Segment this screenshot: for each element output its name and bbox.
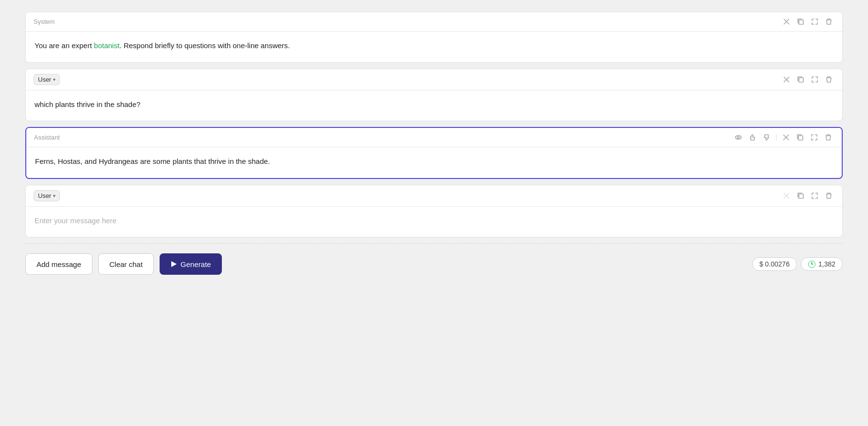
user-2-role-label: User [38,192,51,199]
svg-marker-16 [171,261,177,267]
clear-chat-label: Clear chat [109,260,143,268]
assistant-message: Ferns, Hostas, and Hydrangeas are some p… [35,157,270,165]
user-2-card-actions [781,191,834,200]
cost-value: $ 0.00276 [760,260,790,268]
user-2-copy-button[interactable] [795,191,806,200]
svg-rect-12 [798,136,803,140]
user-card-1-header: User ▾ [26,69,842,90]
token-badge: 1,382 [801,257,843,271]
user-2-chevron-icon: ▾ [53,193,55,198]
user-card-1: User ▾ which plants thrive i [25,69,843,122]
system-card-actions [781,17,834,26]
user-1-card-body: which plants thrive in the shade? [26,90,842,121]
user-1-card-actions [781,75,834,84]
generate-button[interactable]: Generate [160,253,222,275]
user-card-2-header: User ▾ [26,185,842,207]
add-message-label: Add message [36,260,81,268]
user-1-role-label: User [38,76,51,83]
generate-icon [170,261,177,267]
system-expand-button[interactable] [809,17,820,26]
user-2-expand-button[interactable] [809,191,820,200]
assistant-thumbup-button[interactable] [747,133,758,142]
svg-rect-2 [799,20,803,24]
clear-chat-button[interactable]: Clear chat [98,253,154,275]
system-label-area: System [34,18,54,25]
system-body-highlight: botanist [94,41,120,50]
assistant-label: Assistant [34,134,60,141]
user-2-delete-button[interactable] [823,191,834,200]
assistant-delete-button[interactable] [823,133,834,142]
svg-rect-5 [799,78,803,82]
token-value: 1,382 [818,260,835,268]
user-2-card-body[interactable]: Enter your message here [26,207,842,237]
cost-badge: $ 0.00276 [752,257,797,271]
footer-right: $ 0.00276 1,382 [752,257,843,271]
assistant-copy-button[interactable] [795,133,806,142]
system-card-body: You are an expert botanist. Respond brie… [26,32,842,62]
system-body-after: . Respond briefly to questions with one-… [120,41,290,50]
assistant-card-body: Ferns, Hostas, and Hydrangeas are some p… [26,147,842,178]
svg-point-7 [738,137,740,139]
chat-playground: System You are an expert botanist. Respo… [25,12,843,275]
svg-rect-15 [799,194,803,198]
assistant-role-area: Assistant [34,134,60,141]
user-card-2: User ▾ Enter your message he [25,185,843,238]
user-1-role-badge[interactable]: User ▾ [34,74,60,85]
assistant-card: Assistant [25,127,843,179]
user-1-message: which plants thrive in the shade? [35,100,141,108]
assistant-card-actions [733,133,834,142]
system-body-before: You are an expert [35,41,94,50]
generate-label: Generate [181,260,211,268]
user-1-chevron-icon: ▾ [53,77,55,82]
clock-icon [808,261,815,268]
user-2-close-button[interactable] [781,191,792,200]
system-card-header: System [26,12,842,32]
assistant-icon-separator [776,134,777,141]
add-message-button[interactable]: Add message [25,253,92,275]
assistant-vision-button[interactable] [733,133,744,142]
assistant-thumbdown-button[interactable] [761,133,772,142]
assistant-close-button[interactable] [780,133,792,142]
assistant-card-header: Assistant [26,128,842,147]
user-2-placeholder: Enter your message here [35,216,116,225]
user-1-copy-button[interactable] [795,75,806,84]
footer-bar: Add message Clear chat Generate $ 0.0027… [25,243,843,275]
user-2-role-area: User ▾ [34,190,60,201]
system-copy-button[interactable] [795,17,806,26]
user-1-delete-button[interactable] [823,75,834,84]
user-1-close-button[interactable] [781,75,792,84]
user-1-expand-button[interactable] [809,75,820,84]
system-card: System You are an expert botanist. Respo… [25,12,843,63]
system-close-button[interactable] [781,17,792,26]
system-delete-button[interactable] [823,17,834,26]
system-label: System [34,18,54,25]
user-1-role-area: User ▾ [34,74,60,85]
assistant-expand-button[interactable] [809,133,820,142]
user-2-role-badge[interactable]: User ▾ [34,190,60,201]
